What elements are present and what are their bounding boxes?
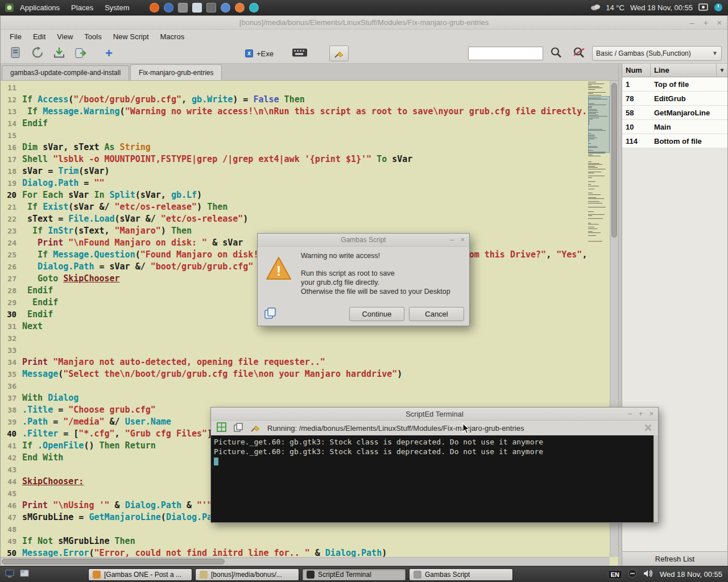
menu-new-script[interactable]: New Script — [107, 31, 155, 43]
broom-icon[interactable] — [250, 422, 260, 434]
keyboard-icon[interactable] — [292, 47, 308, 59]
function-list-header[interactable]: Num Line ▼ — [622, 64, 727, 77]
code-line[interactable]: 48 — [1, 523, 588, 535]
continue-button[interactable]: Continue — [349, 307, 404, 321]
horizontal-scrollbar[interactable] — [1, 557, 610, 566]
function-list-row[interactable]: 78EditGrub — [622, 92, 727, 106]
code-line[interactable]: 35Message("Select the\n/boot/grub/grub.c… — [1, 368, 588, 380]
taskbar-button[interactable]: ScriptEd Terminal — [302, 568, 406, 581]
mail-launcher-icon[interactable] — [164, 3, 173, 13]
code-line[interactable]: 12If Access("/boot/grub/grub.cfg", gb.Wr… — [1, 94, 588, 106]
vertical-scrollbar-thumb[interactable] — [611, 83, 617, 238]
code-line[interactable]: 36 — [1, 380, 588, 392]
terminal-close-button[interactable]: × — [650, 410, 653, 418]
menu-macros[interactable]: Macros — [155, 31, 191, 43]
exe-checkbox-icon[interactable]: x — [245, 49, 253, 57]
menu-edit[interactable]: Edit — [27, 31, 51, 43]
code-line[interactable]: 22 sText = File.Load(sVar &/ "etc/os-rel… — [1, 213, 588, 225]
close-button[interactable]: × — [717, 18, 722, 27]
terminal-new-icon[interactable] — [217, 422, 226, 434]
code-line[interactable]: 21 If Exist(sVar &/ "etc/os-release") Th… — [1, 201, 588, 213]
workspace-icon[interactable] — [19, 568, 30, 581]
search-input[interactable] — [468, 47, 543, 60]
code-line[interactable]: 50Message.Error("Error, could not find i… — [1, 547, 588, 557]
column-header-num[interactable]: Num — [622, 64, 651, 77]
taskbar-clock[interactable]: Wed 18 Nov, 00:55 — [660, 570, 722, 579]
copy-icon[interactable] — [233, 422, 243, 434]
menu-view[interactable]: View — [51, 31, 78, 43]
code-line[interactable]: 15 — [1, 130, 588, 142]
taskbar-button[interactable]: [bonus]/media/bonus/... — [195, 568, 299, 581]
terminal-maximize-button[interactable]: + — [639, 410, 643, 418]
taskbar-button[interactable]: [Gambas ONE - Post a ... — [88, 568, 192, 581]
panel-menu-applications[interactable]: Applications — [14, 1, 65, 14]
menu-file[interactable]: File — [4, 31, 27, 43]
menu-tools[interactable]: Tools — [78, 31, 107, 43]
power-icon[interactable] — [714, 3, 723, 13]
files-launcher-icon[interactable] — [178, 3, 188, 13]
taskbar-button[interactable]: Gambas Script — [409, 568, 513, 581]
function-list-row[interactable]: 58GetManjaroLine — [622, 106, 727, 120]
browser2-launcher-icon[interactable] — [235, 3, 245, 13]
browser1-launcher-icon[interactable] — [221, 3, 230, 13]
horizontal-scrollbar-thumb[interactable] — [2, 559, 225, 564]
keyboard-layout-indicator[interactable]: EN — [608, 570, 622, 579]
terminal-minimize-button[interactable]: – — [628, 410, 632, 418]
close-output-icon[interactable]: ✕ — [644, 422, 652, 434]
volume-icon[interactable] — [643, 569, 654, 580]
terminal-launcher-icon[interactable] — [192, 3, 202, 13]
code-line[interactable]: 33 — [1, 344, 588, 356]
code-line[interactable]: 19Dialog.Path = "" — [1, 177, 588, 189]
clean-button[interactable] — [329, 45, 349, 61]
window-titlebar[interactable]: [bonus]/media/bonus/Elements/LinuxStuff/… — [1, 16, 727, 30]
code-line[interactable]: 14Endif — [1, 118, 588, 130]
open-script-icon[interactable] — [10, 46, 22, 60]
panel-menu-places[interactable]: Places — [65, 1, 99, 14]
code-line[interactable]: 32 — [1, 332, 588, 344]
code-line[interactable]: 16Dim sVar, sText As String — [1, 142, 588, 153]
code-line[interactable]: 49If Not sMGrubLine Then — [1, 535, 588, 547]
firefox-launcher-icon[interactable] — [150, 3, 159, 13]
cancel-button[interactable]: Cancel — [409, 307, 464, 321]
panel-clock[interactable]: Wed 18 Nov, 00:55 — [630, 3, 693, 12]
show-desktop-icon[interactable] — [5, 568, 15, 581]
code-line[interactable]: 37With Dialog — [1, 392, 588, 404]
distro-menu-icon[interactable] — [5, 3, 14, 13]
add-icon[interactable]: + — [105, 47, 113, 60]
terminal-output[interactable]: Picture._get.60: gb.gtk3: Stock class is… — [211, 435, 653, 522]
search-icon[interactable] — [550, 46, 562, 60]
syntax-combo[interactable]: Basic / Gambas (Sub,Function) ▼ — [592, 46, 722, 61]
function-list-row[interactable]: 10Main — [622, 120, 727, 134]
refresh-list-button[interactable]: Refresh List — [622, 551, 727, 566]
terminal-titlebar[interactable]: ScriptEd Terminal – + × — [211, 408, 658, 421]
panel-menu-system[interactable]: System — [99, 1, 135, 14]
minimize-button[interactable]: – — [690, 18, 694, 27]
mute-icon[interactable] — [628, 569, 637, 580]
network-icon[interactable] — [590, 3, 600, 13]
column-header-line[interactable]: Line — [651, 66, 716, 74]
dialog-close-button[interactable]: × — [461, 236, 465, 244]
code-line[interactable]: 11 — [1, 82, 588, 94]
dialog-minimize-button[interactable]: – — [450, 236, 454, 244]
export-icon[interactable] — [75, 46, 87, 60]
minimap-viewport[interactable] — [588, 96, 610, 153]
browser3-launcher-icon[interactable] — [249, 3, 259, 13]
code-line[interactable]: 17Shell "lsblk -o MOUNTPOINT,FSTYPE|grep… — [1, 153, 588, 165]
screenshot-icon[interactable] — [698, 3, 708, 13]
maximize-button[interactable]: + — [704, 18, 708, 27]
editor-launcher-icon[interactable] — [206, 3, 216, 13]
code-line[interactable]: 18sVar = Trim(sVar) — [1, 165, 588, 177]
terminal-scrollbar[interactable] — [653, 435, 658, 522]
code-line[interactable]: 34Print "Manjaro not auto-detected, open… — [1, 356, 588, 368]
function-list-row[interactable]: 1Top of file — [622, 77, 727, 92]
code-line[interactable]: 13 If Message.Warning("Warning no write … — [1, 106, 588, 118]
copy-message-icon[interactable] — [263, 306, 277, 322]
chevron-down-icon[interactable]: ▼ — [716, 64, 727, 77]
reload-icon[interactable] — [31, 46, 44, 60]
function-list-row[interactable]: 114Bottom of file — [622, 134, 727, 148]
save-icon[interactable] — [53, 46, 65, 60]
tab-gambas3-update-compile-and-install[interactable]: gambas3-update-compile-and-install — [2, 65, 129, 80]
search-clear-icon[interactable] — [573, 46, 586, 60]
dialog-titlebar[interactable]: Gambas Script – × — [258, 234, 469, 247]
code-line[interactable]: 20For Each sVar In Split(sVar, gb.Lf) — [1, 189, 588, 201]
